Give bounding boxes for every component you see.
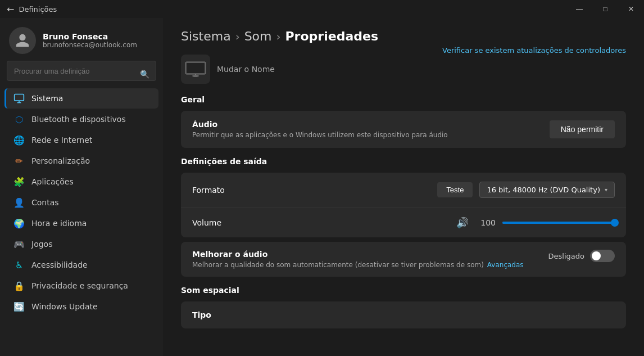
sidebar-label-jogos: Jogos — [31, 240, 52, 249]
spatial-label: Tipo — [192, 310, 260, 319]
search-container: 🔍 — [0, 61, 163, 88]
volume-thumb — [611, 219, 619, 227]
volume-value: 100 — [478, 218, 496, 227]
sidebar-item-windows-update[interactable]: 🔄 Windows Update — [4, 296, 158, 317]
sidebar-item-aplicacoes[interactable]: 🧩 Aplicações — [4, 172, 158, 192]
section-spatial: Som espacial — [181, 286, 626, 295]
sidebar-nav: Sistema ⬡ Bluetooth e dispositivos 🌐 Red… — [0, 88, 163, 317]
bluetooth-icon: ⬡ — [13, 114, 25, 125]
sidebar-label-aplicacoes: Aplicações — [31, 177, 74, 186]
sidebar-label-hora: Hora e idioma — [31, 219, 87, 228]
user-name: Bruno Fonseca — [43, 32, 137, 41]
sidebar: Bruno Fonseca brunofonseca@outlook.com 🔍… — [0, 18, 163, 356]
output-card: Formato Teste 16 bit, 48000 Hz (DVD Qual… — [181, 173, 626, 237]
sidebar-item-hora[interactable]: 🌍 Hora e idioma — [4, 213, 158, 233]
spatial-card: Tipo — [181, 301, 626, 328]
formato-row: Formato Teste 16 bit, 48000 Hz (DVD Qual… — [181, 173, 626, 208]
minimize-button[interactable]: — — [566, 0, 592, 18]
audio-title: Áudio — [192, 120, 448, 129]
audio-card: Áudio Permitir que as aplicações e o Win… — [181, 111, 626, 148]
format-value: 16 bit, 48000 Hz (DVD Quality) — [487, 186, 600, 194]
jogos-icon: 🎮 — [13, 238, 25, 250]
maximize-button[interactable]: □ — [592, 0, 618, 18]
sidebar-label-sistema: Sistema — [31, 94, 63, 103]
sidebar-item-personalizacao[interactable]: ✏️ Personalização — [4, 151, 158, 171]
personalizacao-icon: ✏️ — [13, 155, 25, 166]
enhance-card: Melhorar o áudio Melhorar a qualidade do… — [181, 242, 626, 277]
aplicacoes-icon: 🧩 — [13, 176, 25, 187]
avatar — [9, 27, 36, 54]
windows-update-icon: 🔄 — [13, 301, 25, 312]
sidebar-label-bluetooth: Bluetooth e dispositivos — [31, 115, 126, 124]
avancadas-link[interactable]: Avançadas — [487, 261, 524, 269]
hora-icon: 🌍 — [13, 218, 25, 229]
search-input[interactable] — [7, 61, 156, 81]
enhance-desc: Melhorar a qualidade do som automaticame… — [192, 261, 524, 269]
contas-icon: 👤 — [13, 197, 25, 208]
user-profile: Bruno Fonseca brunofonseca@outlook.com — [0, 18, 163, 61]
chevron-down-icon: ▾ — [605, 187, 607, 193]
app-title: Definições — [19, 5, 57, 13]
person-icon — [15, 33, 30, 48]
section-output: Definições de saída — [181, 157, 626, 166]
sidebar-item-bluetooth[interactable]: ⬡ Bluetooth e dispositivos — [4, 109, 158, 129]
rede-icon: 🌐 — [13, 134, 25, 146]
rename-link[interactable]: Mudar o Nome — [217, 65, 275, 74]
enhance-title: Melhorar o áudio — [192, 250, 524, 259]
format-dropdown[interactable]: 16 bit, 48000 Hz (DVD Quality) ▾ — [479, 182, 615, 198]
enhance-toggle[interactable] — [590, 250, 615, 262]
sidebar-label-personalizacao: Personalização — [31, 156, 90, 165]
breadcrumb: Sistema › Som › Propriedades — [181, 29, 378, 43]
toggle-label: Desligado — [548, 252, 584, 260]
svg-rect-4 — [187, 63, 205, 73]
spatial-row: Tipo — [181, 301, 626, 328]
svg-point-5 — [192, 75, 199, 77]
content-area: Sistema › Som › Propriedades — [163, 18, 644, 356]
sidebar-label-contas: Contas — [31, 198, 59, 207]
breadcrumb-sistema[interactable]: Sistema — [181, 29, 231, 43]
breadcrumb-propriedades: Propriedades — [285, 29, 378, 43]
titlebar: ← Definições — □ ✕ — [0, 0, 644, 18]
device-icon — [181, 55, 210, 84]
section-geral: Geral — [181, 95, 626, 104]
volume-fill — [502, 222, 615, 224]
svg-rect-0 — [15, 94, 24, 101]
volume-row: Volume 🔊 100 — [181, 208, 626, 237]
sidebar-label-rede: Rede e Internet — [31, 136, 92, 145]
volume-label: Volume — [192, 218, 260, 227]
sidebar-item-acessibilidade[interactable]: ♿ Acessibilidade — [4, 255, 158, 275]
sidebar-item-contas[interactable]: 👤 Contas — [4, 192, 158, 213]
nao-permitir-button[interactable]: Não permitir — [550, 120, 615, 138]
acessibilidade-icon: ♿ — [13, 259, 25, 271]
sidebar-item-sistema[interactable]: Sistema — [4, 88, 158, 109]
toggle-knob — [592, 251, 601, 260]
volume-slider[interactable] — [502, 222, 615, 224]
teste-button[interactable]: Teste — [437, 182, 473, 197]
audio-description: Permitir que as aplicações e o Windows u… — [192, 131, 448, 139]
sistema-icon — [13, 93, 25, 104]
sidebar-item-privacidade[interactable]: 🔒 Privacidade e segurança — [4, 276, 158, 296]
close-button[interactable]: ✕ — [618, 0, 644, 18]
sidebar-item-jogos[interactable]: 🎮 Jogos — [4, 234, 158, 254]
back-button[interactable]: ← — [7, 4, 14, 15]
privacidade-icon: 🔒 — [13, 280, 25, 291]
sidebar-item-rede[interactable]: 🌐 Rede e Internet — [4, 130, 158, 150]
breadcrumb-som[interactable]: Som — [244, 29, 272, 43]
sidebar-label-acessibilidade: Acessibilidade — [31, 260, 88, 269]
user-email: brunofonseca@outlook.com — [43, 41, 137, 49]
update-drivers-link[interactable]: Verificar se existem atualizações de con… — [442, 46, 626, 55]
sidebar-label-privacidade: Privacidade e segurança — [31, 281, 128, 290]
volume-icon: 🔊 — [456, 217, 469, 228]
search-icon: 🔍 — [140, 70, 149, 79]
formato-label: Formato — [192, 186, 260, 195]
sidebar-label-windows-update: Windows Update — [31, 302, 98, 311]
